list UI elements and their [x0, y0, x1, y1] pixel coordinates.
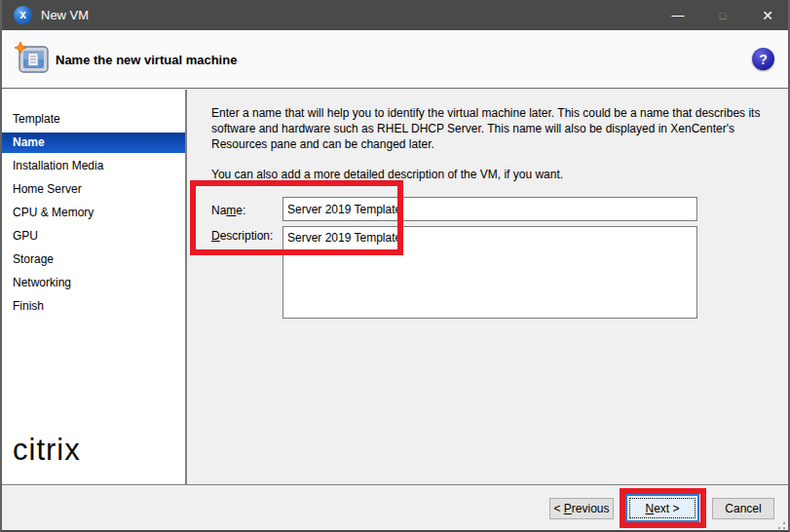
sidebar-item-home-server[interactable]: Home Server [2, 177, 185, 201]
close-button[interactable]: ✕ [745, 0, 790, 30]
maximize-button[interactable]: □ [700, 0, 745, 30]
sidebar-item-finish[interactable]: Finish [2, 294, 185, 318]
previous-button[interactable]: < Previous [549, 498, 614, 519]
wizard-steps-sidebar: Template Name Installation Media Home Se… [2, 90, 187, 484]
new-vm-wizard-window: x New VM — □ ✕ Name the new virtual mach… [0, 0, 790, 532]
titlebar: x New VM — □ ✕ [0, 0, 790, 30]
sidebar-item-cpu-memory[interactable]: CPU & Memory [2, 201, 185, 224]
window-title: New VM [41, 8, 89, 22]
wizard-header: Name the new virtual machine ? [2, 30, 788, 89]
sidebar-item-template[interactable]: Template [2, 107, 185, 131]
citrix-logo: citrix [13, 433, 81, 468]
annotation-box-name-fields [190, 180, 403, 255]
sidebar-item-gpu[interactable]: GPU [2, 224, 185, 247]
xencenter-logo-icon: x [14, 6, 32, 24]
cancel-button[interactable]: Cancel [712, 498, 774, 519]
sidebar-item-name[interactable]: Name [2, 133, 185, 153]
minimize-button[interactable]: — [656, 0, 700, 30]
resize-grip[interactable] [776, 520, 785, 529]
new-vm-icon [14, 41, 51, 76]
page-title: Name the new virtual machine [56, 30, 237, 89]
sidebar-item-storage[interactable]: Storage [2, 247, 185, 271]
intro-text: Enter a name that will help you to ident… [211, 105, 778, 152]
sidebar-item-networking[interactable]: Networking [2, 271, 185, 294]
help-button[interactable]: ? [752, 48, 774, 70]
wizard-content: Enter a name that will help you to ident… [189, 90, 788, 484]
annotation-box-next-button [620, 488, 706, 528]
sidebar-item-installation-media[interactable]: Installation Media [2, 154, 185, 177]
